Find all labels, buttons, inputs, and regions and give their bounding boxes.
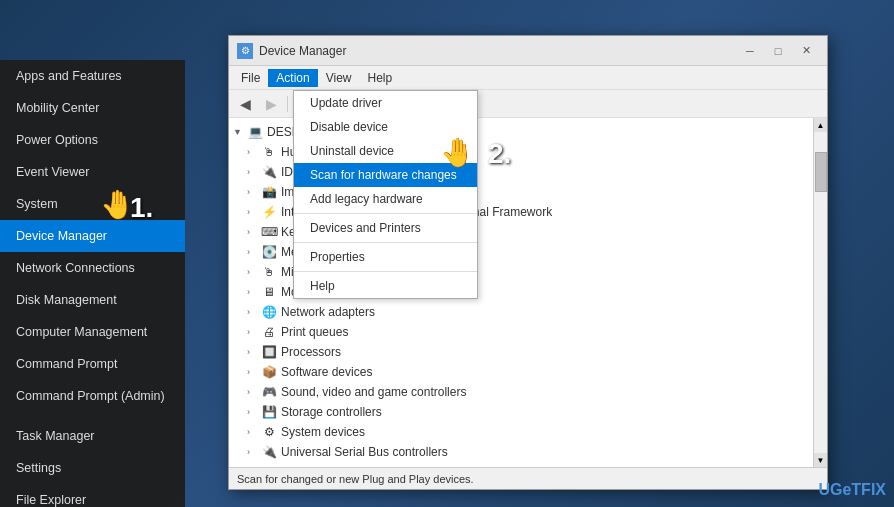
menu-disable-device[interactable]: Disable device (294, 115, 477, 139)
tree-item-print[interactable]: › 🖨 Print queues (243, 322, 813, 342)
tree-item-software[interactable]: › 📦 Software devices (243, 362, 813, 382)
toolbar-forward-btn[interactable]: ▶ (259, 93, 283, 115)
statusbar-text: Scan for changed or new Plug and Play de… (237, 473, 474, 485)
device-manager-window: ⚙ Device Manager ─ □ ✕ File Action View … (228, 35, 828, 490)
close-button[interactable]: ✕ (793, 41, 819, 61)
maximize-button[interactable]: □ (765, 41, 791, 61)
dropdown-divider-3 (294, 271, 477, 272)
mice-icon: 🖱 (261, 264, 277, 280)
sound-icon: 🎮 (261, 384, 277, 400)
tree-arrow: › (247, 267, 261, 277)
toolbar-back-btn[interactable]: ◀ (233, 93, 257, 115)
tree-arrow: › (247, 167, 261, 177)
tree-label-usb: Universal Serial Bus controllers (281, 445, 448, 459)
menu-scan-hardware[interactable]: Scan for hardware changes (294, 163, 477, 187)
sidebar-item-explorer[interactable]: File Explorer (0, 484, 185, 507)
sidebar-item-task[interactable]: Task Manager (0, 420, 185, 452)
ide-icon: 🔌 (261, 164, 277, 180)
tree-arrow: › (247, 327, 261, 337)
tree-arrow: › (247, 307, 261, 317)
menu-help[interactable]: Help (294, 274, 477, 298)
sidebar-item-system[interactable]: System (0, 188, 185, 220)
menu-properties[interactable]: Properties (294, 245, 477, 269)
tree-arrow: › (247, 347, 261, 357)
tree-label-software: Software devices (281, 365, 372, 379)
tree-arrow: › (247, 227, 261, 237)
minimize-button[interactable]: ─ (737, 41, 763, 61)
scrollbar-up-btn[interactable]: ▲ (814, 118, 828, 132)
window-title: Device Manager (259, 44, 346, 58)
sidebar-item-device-manager[interactable]: Device Manager (0, 220, 185, 252)
menu-file[interactable]: File (233, 69, 268, 87)
sidebar-item-cmd-admin[interactable]: Command Prompt (Admin) (0, 380, 185, 412)
sidebar-item-disk[interactable]: Disk Management (0, 284, 185, 316)
tree-label-print: Print queues (281, 325, 348, 339)
usb-icon: 🔌 (261, 444, 277, 460)
sidebar-item-apps[interactable]: Apps and Features (0, 60, 185, 92)
monitor-icon: 🖥 (261, 284, 277, 300)
tree-item-system-devices[interactable]: › ⚙ System devices (243, 422, 813, 442)
network-icon: 🌐 (261, 304, 277, 320)
start-menu: Apps and Features Mobility Center Power … (0, 60, 185, 507)
action-dropdown-menu: Update driver Disable device Uninstall d… (293, 90, 478, 299)
tree-item-storage[interactable]: › 💾 Storage controllers (243, 402, 813, 422)
tree-arrow: › (247, 247, 261, 257)
software-icon: 📦 (261, 364, 277, 380)
menu-update-driver[interactable]: Update driver (294, 91, 477, 115)
menubar: File Action View Help Update driver Disa… (229, 66, 827, 90)
tree-label-storage: Storage controllers (281, 405, 382, 419)
dropdown-divider-2 (294, 242, 477, 243)
sidebar-item-computer[interactable]: Computer Management (0, 316, 185, 348)
keyboard-icon: ⌨ (261, 224, 277, 240)
tree-item-usb[interactable]: › 🔌 Universal Serial Bus controllers (243, 442, 813, 462)
memory-icon: 💽 (261, 244, 277, 260)
sidebar-item-event[interactable]: Event Viewer (0, 156, 185, 188)
tree-arrow: › (247, 387, 261, 397)
intel-icon: ⚡ (261, 204, 277, 220)
sidebar-item-settings[interactable]: Settings (0, 452, 185, 484)
tree-root-arrow: ▼ (233, 127, 247, 137)
scrollbar-down-btn[interactable]: ▼ (814, 453, 828, 467)
tree-arrow: › (247, 207, 261, 217)
tree-item-network[interactable]: › 🌐 Network adapters (243, 302, 813, 322)
sidebar-item-cmd[interactable]: Command Prompt (0, 348, 185, 380)
tree-label-processors: Processors (281, 345, 341, 359)
menu-help[interactable]: Help (360, 69, 401, 87)
tree-arrow: › (247, 407, 261, 417)
tree-arrow: › (247, 147, 261, 157)
tree-arrow: › (247, 447, 261, 457)
sidebar-item-power[interactable]: Power Options (0, 124, 185, 156)
imaging-icon: 📸 (261, 184, 277, 200)
print-icon: 🖨 (261, 324, 277, 340)
window-titlebar: ⚙ Device Manager ─ □ ✕ (229, 36, 827, 66)
sidebar-item-network[interactable]: Network Connections (0, 252, 185, 284)
statusbar: Scan for changed or new Plug and Play de… (229, 467, 827, 489)
storage-icon: 💾 (261, 404, 277, 420)
titlebar-buttons: ─ □ ✕ (737, 41, 819, 61)
menu-view[interactable]: View (318, 69, 360, 87)
toolbar-separator (287, 96, 288, 112)
menu-devices-printers[interactable]: Devices and Printers (294, 216, 477, 240)
tree-label-network: Network adapters (281, 305, 375, 319)
watermark: UGeTFIX (818, 481, 886, 499)
tree-item-sound[interactable]: › 🎮 Sound, video and game controllers (243, 382, 813, 402)
tree-arrow: › (247, 287, 261, 297)
sidebar-item-mobility[interactable]: Mobility Center (0, 92, 185, 124)
processor-icon: 🔲 (261, 344, 277, 360)
tree-arrow: › (247, 367, 261, 377)
scrollbar-thumb[interactable] (815, 152, 827, 192)
tree-arrow: › (247, 187, 261, 197)
tree-label-sound: Sound, video and game controllers (281, 385, 466, 399)
menu-action[interactable]: Action (268, 69, 317, 87)
hid-icon: 🖱 (261, 144, 277, 160)
window-icon: ⚙ (237, 43, 253, 59)
system-icon: ⚙ (261, 424, 277, 440)
tree-label-system: System devices (281, 425, 365, 439)
tree-arrow: › (247, 427, 261, 437)
tree-item-processors[interactable]: › 🔲 Processors (243, 342, 813, 362)
dropdown-divider-1 (294, 213, 477, 214)
menu-add-legacy[interactable]: Add legacy hardware (294, 187, 477, 211)
scrollbar[interactable]: ▲ ▼ (813, 118, 827, 467)
menu-uninstall-device[interactable]: Uninstall device (294, 139, 477, 163)
computer-icon: 💻 (247, 124, 263, 140)
